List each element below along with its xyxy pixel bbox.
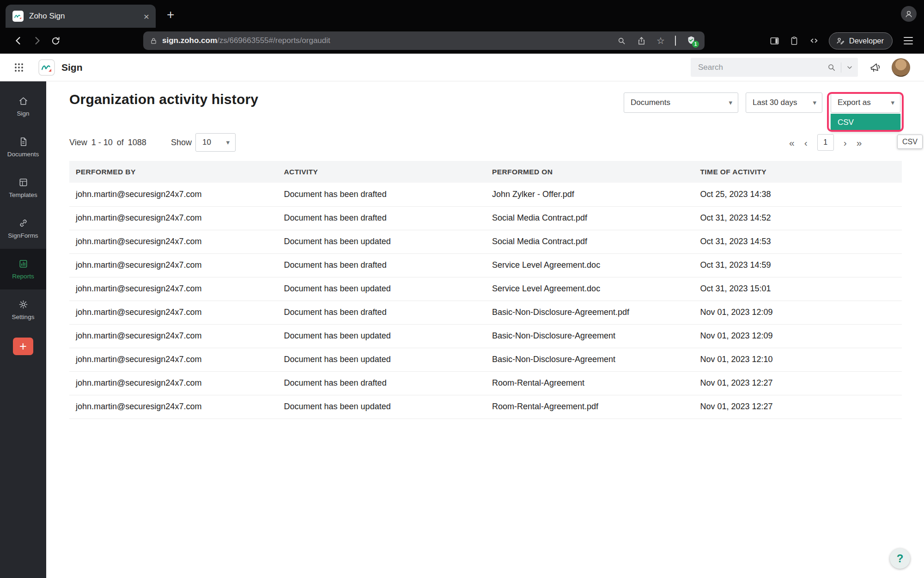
zoom-icon[interactable] <box>617 36 626 46</box>
cell-time: Nov 01, 2023 12:27 <box>694 371 902 395</box>
zoho-sign-logo-icon[interactable] <box>38 59 55 76</box>
close-tab-icon[interactable]: × <box>144 12 149 21</box>
column-time-of-activity: TIME OF ACTIVITY <box>694 161 902 183</box>
sidebar-item-documents[interactable]: Documents <box>0 127 46 167</box>
cell-performed-by: john.martin@securesign24x7.com <box>69 183 278 206</box>
new-tab-button[interactable]: + <box>167 8 174 21</box>
page-size-value: 10 <box>202 138 211 147</box>
search-icon[interactable] <box>827 63 836 72</box>
table-row: john.martin@securesign24x7.com Document … <box>69 253 902 277</box>
category-filter-value: Documents <box>631 98 670 107</box>
page-size-select[interactable]: 10 ▾ <box>195 133 236 152</box>
toolbar-right-icons: Developer <box>769 32 915 49</box>
developer-label: Developer <box>849 37 884 45</box>
chevron-down-icon: ▾ <box>891 98 894 107</box>
bookmark-star-icon[interactable]: ☆ <box>657 36 665 45</box>
cell-activity: Document has been drafted <box>278 371 486 395</box>
clipboard-icon[interactable] <box>789 36 799 46</box>
prev-page-button[interactable]: ‹ <box>804 138 808 148</box>
cell-activity: Document has been drafted <box>278 183 486 206</box>
home-icon <box>18 96 29 106</box>
menu-icon[interactable] <box>902 35 915 46</box>
cell-performed-on: Social Media Contract.pdf <box>486 230 694 253</box>
developer-profile-button[interactable]: Developer <box>829 32 893 49</box>
csv-tooltip: CSV <box>897 135 923 149</box>
cell-performed-by: john.martin@securesign24x7.com <box>69 371 278 395</box>
browser-profile-avatar[interactable] <box>901 6 917 22</box>
sidebar-item-label: Reports <box>12 273 34 280</box>
back-button[interactable] <box>9 31 28 50</box>
cell-time: Nov 01, 2023 12:27 <box>694 395 902 418</box>
link-icon <box>18 218 29 228</box>
cell-time: Oct 31, 2023 14:59 <box>694 253 902 277</box>
sidebar-item-label: Sign <box>17 110 29 117</box>
cell-activity: Document has been updated <box>278 277 486 301</box>
sidebar-item-sign[interactable]: Sign <box>0 86 46 127</box>
sidebar-item-label: Settings <box>12 314 35 320</box>
sidebar: Sign Documents Templates SignForms Repor… <box>0 81 46 578</box>
category-filter-select[interactable]: Documents ▾ <box>624 92 738 113</box>
export-as-label: Export as <box>838 98 871 107</box>
forward-button[interactable] <box>28 31 46 50</box>
table-row: john.martin@securesign24x7.com Document … <box>69 277 902 301</box>
first-page-button[interactable]: « <box>789 138 795 148</box>
sidebar-item-signforms[interactable]: SignForms <box>0 208 46 249</box>
address-bar-separator <box>675 36 676 46</box>
cell-activity: Document has been updated <box>278 324 486 348</box>
sidebar-item-label: SignForms <box>8 232 38 239</box>
table-row: john.martin@securesign24x7.com Document … <box>69 183 902 206</box>
sidebar-item-templates[interactable]: Templates <box>0 167 46 208</box>
cell-time: Oct 31, 2023 15:01 <box>694 277 902 301</box>
share-icon[interactable] <box>637 36 646 46</box>
chevron-down-icon: ▾ <box>226 138 230 147</box>
last-page-button[interactable]: » <box>857 138 862 148</box>
chevron-down-icon[interactable] <box>846 64 853 71</box>
reload-button[interactable] <box>46 31 65 50</box>
date-range-select[interactable]: Last 30 days ▾ <box>746 92 822 113</box>
announcements-icon[interactable] <box>868 60 882 74</box>
search-input[interactable] <box>691 63 827 72</box>
cell-time: Oct 31, 2023 14:53 <box>694 230 902 253</box>
export-as-select[interactable]: Export as ▾ <box>831 92 900 113</box>
sidebar-item-settings[interactable]: Settings <box>0 289 46 330</box>
user-avatar[interactable] <box>892 58 910 77</box>
table-row: john.martin@securesign24x7.com Document … <box>69 395 902 418</box>
side-panel-icon[interactable] <box>769 36 780 46</box>
privacy-shield-icon[interactable]: 1 <box>686 35 697 46</box>
browser-tab-zoho-sign[interactable]: Zoho Sign × <box>6 5 156 28</box>
app-header: Sign <box>0 54 924 81</box>
cell-performed-by: john.martin@securesign24x7.com <box>69 324 278 348</box>
page-title: Organization activity history <box>69 92 258 107</box>
of-label: of <box>117 138 124 148</box>
browser-toolbar: sign.zoho.com/zs/669663555#/reports/orga… <box>0 28 924 54</box>
cell-performed-on: Basic-Non-Disclosure-Agreement <box>486 348 694 371</box>
chevron-down-icon: ▾ <box>813 98 816 107</box>
code-icon[interactable] <box>808 35 820 46</box>
templates-icon <box>18 177 29 188</box>
table-row: john.martin@securesign24x7.com Document … <box>69 348 902 371</box>
cell-performed-by: john.martin@securesign24x7.com <box>69 230 278 253</box>
url-domain: sign.zoho.com <box>162 36 217 45</box>
address-bar[interactable]: sign.zoho.com/zs/669663555#/reports/orga… <box>143 31 705 50</box>
create-new-button[interactable]: + <box>13 338 33 355</box>
cell-performed-by: john.martin@securesign24x7.com <box>69 301 278 324</box>
cell-activity: Document has been drafted <box>278 206 486 230</box>
cell-performed-on: Room-Rental-Agreement.pdf <box>486 395 694 418</box>
documents-icon <box>18 136 29 147</box>
column-activity: ACTIVITY <box>278 161 486 183</box>
cell-time: Oct 31, 2023 14:52 <box>694 206 902 230</box>
url-path: /zs/669663555#/reports/orgaudit <box>217 36 330 45</box>
apps-grid-icon[interactable] <box>14 62 24 73</box>
export-option-csv[interactable]: CSV <box>831 114 900 131</box>
cell-performed-by: john.martin@securesign24x7.com <box>69 348 278 371</box>
next-page-button[interactable]: › <box>844 138 847 148</box>
app-search-box[interactable] <box>691 58 858 77</box>
sidebar-item-label: Documents <box>7 151 39 158</box>
show-label: Show <box>171 138 192 148</box>
sidebar-item-reports[interactable]: Reports <box>0 249 46 289</box>
screen: Zoho Sign × + sign.zoho.com/zs/669663555… <box>0 0 924 578</box>
help-button[interactable]: ? <box>890 548 910 569</box>
cell-performed-by: john.martin@securesign24x7.com <box>69 253 278 277</box>
activity-table: PERFORMED BY ACTIVITY PERFORMED ON TIME … <box>69 161 902 419</box>
current-page-input[interactable]: 1 <box>817 134 834 151</box>
